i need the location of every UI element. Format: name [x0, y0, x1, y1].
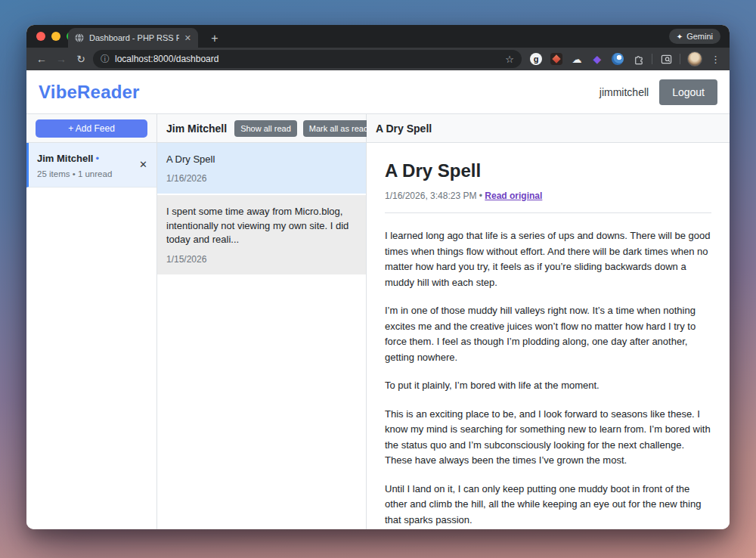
browser-menu-icon[interactable]: ⋮ [709, 54, 722, 65]
viberreader-app: VibeReader jimmitchell Logout + Add Feed… [26, 70, 730, 529]
article-list-item[interactable]: A Dry Spell 1/16/2026 [157, 143, 366, 195]
article-item-date: 1/15/2026 [166, 254, 357, 265]
reader-pane-title: A Dry Spell [376, 122, 432, 135]
article-meta: 1/16/2026, 3:48:23 PM • Read original [385, 191, 711, 201]
browser-toolbar: ← → ↻ ⓘ localhost:8000/dashboard ☆ g ☁ ◆ [26, 48, 730, 70]
article-content: A Dry Spell 1/16/2026, 3:48:23 PM • Read… [367, 143, 730, 529]
article-paragraph: I’m in one of those muddy hill valleys r… [385, 303, 711, 365]
new-tab-button[interactable]: + [206, 32, 223, 45]
desktop-background: Dashboard - PHP RSS Reader ✕ + ✦ Gemini … [0, 0, 756, 558]
reload-button[interactable]: ↻ [73, 53, 88, 65]
feed-item-jim-mitchell[interactable]: Jim Mitchell• 25 items • 1 unread ✕ [26, 143, 156, 188]
side-panel-search-icon[interactable] [659, 52, 673, 66]
remove-feed-icon[interactable]: ✕ [138, 151, 149, 170]
gemini-label: Gemini [686, 32, 713, 41]
extensions-puzzle-icon[interactable] [631, 52, 645, 66]
article-item-title: I spent some time away from Micro.blog, … [166, 205, 357, 246]
profile-avatar[interactable] [687, 51, 702, 67]
globe-favicon-icon [74, 33, 85, 43]
feed-meta: 25 items • 1 unread [37, 169, 138, 178]
main-columns: + Add Feed Jim Mitchell• 25 items • 1 un… [26, 114, 730, 529]
feed-title: Jim Mitchell [166, 122, 227, 135]
article-paragraph: Until I land on it, I can only keep putt… [385, 482, 711, 529]
close-window-button[interactable] [36, 32, 45, 41]
article-date: 1/16/2026, 3:48:23 PM [385, 191, 476, 201]
toolbar-divider [652, 54, 652, 64]
sidebar-header: + Add Feed [26, 114, 156, 143]
browser-tab[interactable]: Dashboard - PHP RSS Reader ✕ [68, 28, 198, 48]
forward-button[interactable]: → [54, 53, 69, 65]
address-bar[interactable]: ⓘ localhost:8000/dashboard ☆ [93, 50, 522, 68]
g-extension-icon[interactable]: g [530, 53, 542, 65]
toolbar-divider [680, 54, 680, 64]
mark-all-as-read-button[interactable]: Mark all as read [303, 120, 374, 137]
article-title: A Dry Spell [385, 160, 711, 181]
article-item-date: 1/16/2026 [166, 173, 357, 184]
logged-in-username: jimmitchell [600, 86, 649, 98]
meta-separator: • [479, 191, 482, 201]
article-list-pane: Jim Mitchell Show all read Mark all as r… [157, 114, 367, 529]
minimize-window-button[interactable] [51, 32, 60, 41]
app-header: VibeReader jimmitchell Logout [26, 70, 730, 114]
gemini-button[interactable]: ✦ Gemini [669, 29, 720, 44]
article-paragraph: This is an exciting place to be, and I l… [385, 407, 711, 469]
bookmark-icon[interactable]: ☆ [505, 54, 514, 65]
article-list-header: Jim Mitchell Show all read Mark all as r… [157, 114, 366, 143]
unread-dot-icon: • [95, 153, 99, 164]
add-feed-button[interactable]: + Add Feed [36, 119, 147, 138]
browser-window: Dashboard - PHP RSS Reader ✕ + ✦ Gemini … [26, 25, 730, 529]
gem-extension-icon[interactable]: ◆ [590, 52, 604, 66]
back-button[interactable]: ← [34, 53, 49, 65]
article-paragraph: To put it plainly, I’m bored with life a… [385, 378, 711, 394]
article-paragraph: I learned long ago that life is a series… [385, 228, 711, 290]
site-info-icon[interactable]: ⓘ [101, 53, 110, 66]
article-divider [385, 212, 711, 213]
app-brand: VibeReader [39, 82, 140, 103]
article-list-item[interactable]: I spent some time away from Micro.blog, … [157, 195, 366, 275]
circle-extension-icon[interactable] [612, 53, 624, 65]
tab-title: Dashboard - PHP RSS Reader [89, 33, 179, 42]
feed-name: Jim Mitchell [37, 153, 93, 164]
show-all-read-button[interactable]: Show all read [234, 120, 297, 137]
reader-header: A Dry Spell [367, 114, 730, 143]
read-original-link[interactable]: Read original [485, 191, 542, 201]
feeds-sidebar: + Add Feed Jim Mitchell• 25 items • 1 un… [26, 114, 157, 529]
diamond-extension-icon[interactable] [550, 53, 562, 65]
article-item-title: A Dry Spell [166, 153, 357, 166]
cloud-extension-icon[interactable]: ☁ [570, 52, 584, 66]
browser-titlebar: Dashboard - PHP RSS Reader ✕ + ✦ Gemini [26, 25, 730, 48]
extensions-row: g ☁ ◆ [526, 51, 722, 67]
tab-close-icon[interactable]: ✕ [184, 33, 192, 43]
logout-button[interactable]: Logout [659, 79, 717, 105]
reader-pane: A Dry Spell A Dry Spell 1/16/2026, 3:48:… [367, 114, 730, 529]
gemini-star-icon: ✦ [677, 33, 683, 41]
url-text[interactable]: localhost:8000/dashboard [115, 54, 500, 64]
